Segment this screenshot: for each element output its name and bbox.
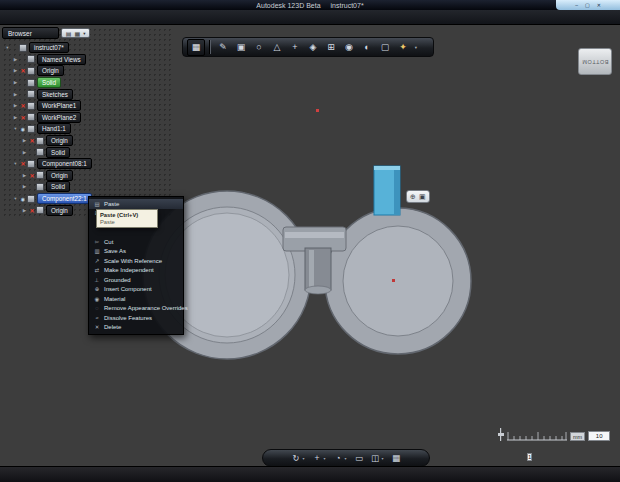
secondary-value-input[interactable]: 1 [527,453,532,461]
tree-item-label[interactable]: Component08:1 [37,158,92,169]
tree-item-label[interactable]: Named Views [37,54,86,65]
tree-item-workplane2[interactable]: ▶ ✕ WorkPlane2 [2,112,172,124]
context-menu-item-delete[interactable]: ✕ Delete [89,323,183,333]
main-menu-icon[interactable]: ▦ [187,39,205,56]
expander-icon[interactable]: ▶ [12,92,19,97]
browser-title[interactable]: Browser [2,27,59,39]
hidden-x-icon[interactable]: ✕ [19,114,27,121]
display-settings-tool[interactable]: ▦ [390,453,403,463]
expander-icon[interactable]: ▶ [12,57,19,62]
scale-value-input[interactable]: 10 [588,431,610,441]
slider-icon[interactable] [498,428,504,441]
right-wheel-solid[interactable] [325,208,471,354]
minimize-button[interactable]: – [575,2,578,8]
context-menu-item[interactable] [89,228,183,238]
tree-item-workplane1[interactable]: ▶ ✕ WorkPlane1 [2,100,172,112]
hidden-x-icon[interactable]: ✕ [19,102,27,109]
tree-item-label[interactable]: Origin [37,65,64,76]
cone-icon[interactable]: △ [269,40,285,55]
tree-item-label[interactable]: Origin [46,170,73,181]
context-menu-item-make-independent[interactable]: ⇄ Make Independent [89,266,183,276]
tree-item-label[interactable]: Solid [37,77,61,88]
tree-item-label[interactable]: Hand1:1 [37,123,71,134]
context-menu-item-grounded[interactable]: ⊥ Grounded [89,275,183,285]
hidden-x-icon[interactable]: ✕ [19,67,27,74]
tree-item-component08[interactable]: ▾ ✕ Component08:1 [2,158,172,170]
sketch-icon[interactable]: ✎ [215,40,231,55]
unit-label[interactable]: mm [570,432,585,441]
expander-icon[interactable]: ▶ [12,115,19,120]
expander-open-icon[interactable]: ▾ [12,161,19,166]
expander-open-icon[interactable]: ▾ [12,126,19,131]
context-menu-item-material[interactable]: ◉ Material [89,294,183,304]
camera-tool[interactable]: ◫ ▾ [369,453,387,463]
hidden-x-icon[interactable]: ✕ [28,207,36,214]
tree-item-label[interactable]: Origin [46,205,73,216]
move-icon[interactable]: + [287,40,303,55]
expander-icon[interactable]: ▶ [21,173,28,178]
expander-icon[interactable]: ▶ [12,80,19,85]
expander-icon[interactable]: ▶ [12,103,19,108]
expander-icon[interactable]: ▶ [12,68,19,73]
filter-icon[interactable]: ▦ [75,30,81,37]
context-menu-item-cut[interactable]: ✂ Cut [89,237,183,247]
list-view-icon[interactable]: ▤ [66,30,72,37]
visible-eye-icon[interactable]: ◉ [19,126,27,132]
tree-item-label[interactable]: WorkPlane1 [37,100,81,111]
maximize-button[interactable]: ▢ [585,2,590,8]
pattern-icon[interactable]: ⊞ [323,40,339,55]
context-menu-item-insert-component[interactable]: ⊕ Insert Component [89,285,183,295]
selected-extrusion[interactable] [374,166,400,215]
hidden-x-icon[interactable]: ✕ [28,137,36,144]
hidden-x-icon[interactable]: ✕ [19,160,27,167]
tree-item-origin[interactable]: ▶ ✕ Origin [2,65,172,77]
context-menu-item-remove-appearance-overrides[interactable]: ◌ Remove Appearance Overrides [89,304,183,314]
fit-tool[interactable]: ▭ [353,453,366,463]
tree-item-label[interactable]: instruct07* [29,42,69,53]
effects-icon[interactable]: ✦ [395,40,411,55]
combine-icon[interactable]: ◈ [305,40,321,55]
visible-eye-icon[interactable]: ◉ [19,196,27,202]
tree-item-label[interactable]: Solid [46,181,70,192]
context-menu-item-paste[interactable]: ▤ Paste [89,199,183,209]
hidden-x-icon[interactable]: ✕ [28,172,36,179]
orbit-tool[interactable]: ↻ ▾ [290,453,308,463]
tree-item-label[interactable]: WorkPlane2 [37,112,81,123]
expander-open-icon[interactable]: ▾ [12,196,19,201]
tree-item-origin[interactable]: ▶ ✕ Origin [2,170,172,182]
move-manipulator-icon[interactable]: ⊕ [410,193,416,201]
material-icon[interactable]: ◉ [341,40,357,55]
expander-icon[interactable]: ▶ [21,150,28,155]
tree-item-label[interactable]: Solid [46,147,70,158]
tree-item-solid[interactable]: ▶ Solid [2,181,172,193]
expander-open-icon[interactable]: ▾ [4,45,11,50]
expander-icon[interactable]: ▶ [21,208,28,213]
context-menu-item-save-as[interactable]: ▥ Save As [89,247,183,257]
tree-item-label[interactable]: Component22:1 [37,193,92,204]
tree-item-root[interactable]: ▾ instruct07* [2,42,172,54]
tree-item-named-views[interactable]: ▶ Named Views [2,54,172,66]
sphere-icon[interactable]: ○ [251,40,267,55]
tree-item-hand1[interactable]: ▾ ◉ Hand1:1 [2,123,172,135]
tree-item-label[interactable]: Origin [46,135,73,146]
expander-icon[interactable]: ▶ [21,138,28,143]
snap-box-icon[interactable]: ▣ [419,193,426,201]
tree-item-label[interactable]: Sketches [37,89,73,100]
connector-post[interactable] [305,248,331,294]
view-cube[interactable]: BOTTOM [578,48,612,75]
pan-tool[interactable]: + ▾ [311,453,329,463]
tree-item-solid[interactable]: ▶ Solid [2,77,172,89]
tree-item-sketches[interactable]: ▶ Sketches [2,88,172,100]
context-menu-item-dissolve-features[interactable]: ≈ Dissolve Features [89,313,183,323]
snapshot-icon[interactable]: ▢ [377,40,393,55]
context-menu-item-scale-with-reference[interactable]: ↗ Scale With Reference [89,256,183,266]
chevron-down-icon[interactable]: ▾ [413,45,419,50]
zoom-tool[interactable]: ◔ ▾ [332,453,350,463]
tree-item-origin[interactable]: ▶ ✕ Origin [2,135,172,147]
tree-item-solid[interactable]: ▶ Solid [2,146,172,158]
close-button[interactable]: ✕ [597,2,601,8]
box-icon[interactable]: ▣ [233,40,249,55]
expander-icon[interactable]: ▶ [21,184,28,189]
environment-icon[interactable]: ◐ [359,40,375,55]
connector-bar[interactable] [283,227,346,251]
